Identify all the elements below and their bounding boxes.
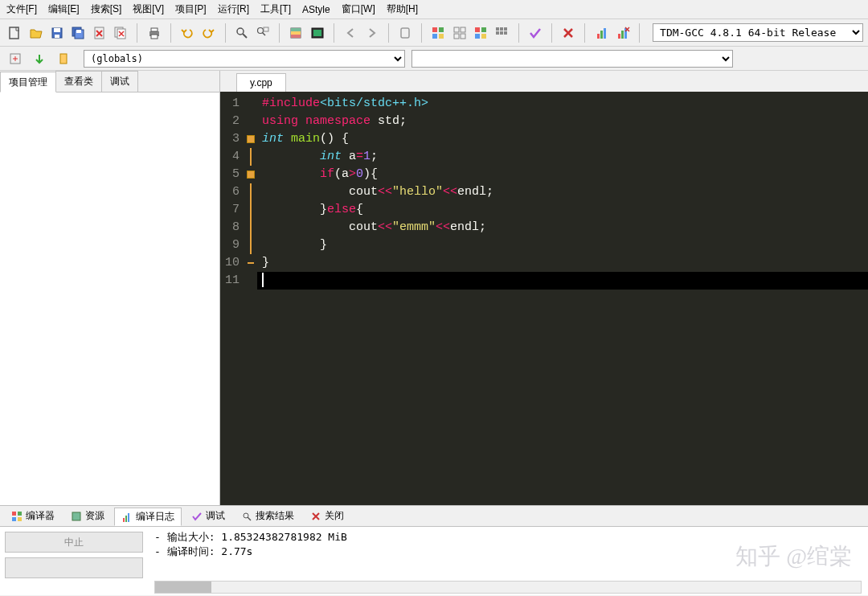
file-tabs: y.cpp xyxy=(220,71,868,92)
redo-icon xyxy=(201,26,215,40)
menu-run[interactable]: 运行[R] xyxy=(218,2,249,16)
save-icon xyxy=(50,26,64,40)
resources-tab-icon xyxy=(71,511,82,522)
svg-rect-19 xyxy=(291,35,301,38)
grid2-button[interactable] xyxy=(449,23,469,43)
grid3-button[interactable] xyxy=(471,23,490,43)
member-select[interactable] xyxy=(411,50,733,68)
save-button[interactable] xyxy=(47,23,67,43)
blank-button[interactable] xyxy=(5,557,143,578)
grid-color-icon xyxy=(431,26,445,40)
menu-project[interactable]: 项目[P] xyxy=(175,2,207,16)
redo-button[interactable] xyxy=(199,23,218,43)
compile-icon xyxy=(289,26,303,40)
bookmark-button[interactable] xyxy=(395,23,415,43)
new-file-icon xyxy=(7,26,22,40)
side-tab-debug[interactable]: 调试 xyxy=(101,71,138,92)
replace-icon xyxy=(256,26,270,40)
bottom-tab-log[interactable]: 编译日志 xyxy=(114,508,182,526)
svg-rect-6 xyxy=(76,30,81,33)
side-panel: 项目管理 查看类 调试 xyxy=(0,71,220,505)
bottom-tab-close[interactable]: 关闭 xyxy=(304,508,350,524)
svg-point-13 xyxy=(237,28,244,35)
code-content[interactable]: #include<bits/stdc++.h> using namespace … xyxy=(257,92,868,505)
close-all-icon xyxy=(113,26,128,40)
undo-button[interactable] xyxy=(178,23,197,43)
scope-select[interactable]: (globals) xyxy=(84,50,405,68)
forward-button[interactable] xyxy=(362,23,381,43)
svg-rect-39 xyxy=(500,31,503,35)
new-file-button[interactable] xyxy=(5,23,24,43)
menu-help[interactable]: 帮助[H] xyxy=(387,2,418,16)
line-gutter: 1234567891011 xyxy=(220,92,244,505)
svg-point-14 xyxy=(258,27,264,33)
menu-tools[interactable]: 工具[T] xyxy=(260,2,291,16)
svg-rect-22 xyxy=(401,28,409,38)
menu-file[interactable]: 文件[F] xyxy=(6,2,37,16)
save-all-button[interactable] xyxy=(68,23,88,43)
scope-toolbar: (globals) xyxy=(0,47,868,71)
svg-rect-52 xyxy=(18,517,22,521)
side-tab-classes[interactable]: 查看类 xyxy=(55,71,102,92)
replace-button[interactable] xyxy=(253,23,272,43)
main-toolbar: TDM-GCC 4.8.1 64-bit Release xyxy=(0,19,868,47)
output-scrollbar[interactable] xyxy=(154,581,862,594)
svg-rect-17 xyxy=(291,28,301,31)
bottom-tab-results[interactable]: 搜索结果 xyxy=(235,508,301,524)
debug-button[interactable] xyxy=(526,23,545,43)
insert-button[interactable] xyxy=(29,48,50,69)
svg-rect-33 xyxy=(475,34,480,39)
grid-small-icon xyxy=(494,26,509,40)
compile-button[interactable] xyxy=(286,23,305,43)
svg-rect-26 xyxy=(439,34,444,39)
x-icon xyxy=(561,26,575,40)
menu-window[interactable]: 窗口[W] xyxy=(342,2,375,16)
profile-button[interactable] xyxy=(592,23,611,43)
svg-rect-48 xyxy=(60,54,67,64)
run-icon xyxy=(310,26,325,40)
bottom-tab-compiler[interactable]: 编译器 xyxy=(5,508,61,524)
close-all-button[interactable] xyxy=(111,23,130,43)
code-editor[interactable]: 1234567891011 #include<bits/stdc++.h> us… xyxy=(220,92,868,505)
compile-time-label: - 编译时间: xyxy=(154,545,221,557)
goto-button[interactable] xyxy=(5,48,26,69)
profile2-button[interactable] xyxy=(613,23,633,43)
file-tab-ycpp[interactable]: y.cpp xyxy=(236,73,286,92)
grid-color2-icon xyxy=(473,26,488,40)
svg-rect-24 xyxy=(439,27,444,32)
menu-edit[interactable]: 编辑[E] xyxy=(48,2,80,16)
open-button[interactable] xyxy=(26,23,45,43)
fold-marker-icon[interactable] xyxy=(247,135,255,143)
bottom-tab-resources[interactable]: 资源 xyxy=(64,508,111,524)
svg-rect-51 xyxy=(12,517,16,521)
svg-rect-42 xyxy=(600,31,603,39)
bookmark2-button[interactable] xyxy=(53,48,74,69)
svg-rect-56 xyxy=(128,513,129,522)
close-file-button[interactable] xyxy=(90,23,109,43)
run-button[interactable] xyxy=(308,23,327,43)
svg-rect-3 xyxy=(55,35,59,38)
scrollbar-thumb[interactable] xyxy=(155,582,211,593)
svg-rect-30 xyxy=(461,34,465,39)
grid4-button[interactable] xyxy=(492,23,511,43)
compiler-select[interactable]: TDM-GCC 4.8.1 64-bit Release xyxy=(653,23,863,42)
abort-button[interactable]: 中止 xyxy=(5,532,143,553)
side-tab-project[interactable]: 项目管理 xyxy=(0,72,56,92)
back-button[interactable] xyxy=(341,23,360,43)
bottom-tabs: 编译器 资源 编译日志 调试 搜索结果 关闭 xyxy=(0,505,868,526)
menu-view[interactable]: 视图[V] xyxy=(133,2,164,16)
save-all-icon xyxy=(71,26,85,40)
check-icon xyxy=(528,26,542,40)
insert-icon xyxy=(33,52,46,65)
stop-button[interactable] xyxy=(559,23,578,43)
print-button[interactable] xyxy=(144,23,163,43)
find-button[interactable] xyxy=(231,23,251,43)
menu-astyle[interactable]: AStyle xyxy=(302,4,330,15)
svg-rect-37 xyxy=(504,27,507,31)
bottom-tab-debug[interactable]: 调试 xyxy=(185,508,231,524)
fold-marker-icon[interactable] xyxy=(247,171,255,179)
svg-rect-41 xyxy=(597,34,600,39)
svg-rect-27 xyxy=(454,27,459,32)
menu-search[interactable]: 搜索[S] xyxy=(91,2,122,16)
grid1-button[interactable] xyxy=(428,23,448,43)
